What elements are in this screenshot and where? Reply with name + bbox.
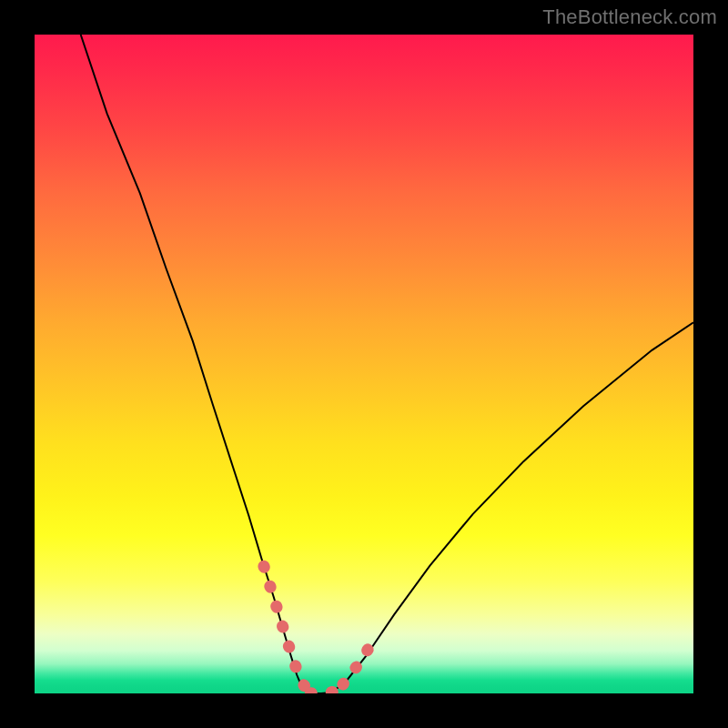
watermark-text: TheBottleneck.com [542,5,717,29]
series-curve [81,35,693,693]
plot-area [35,35,693,693]
chart-frame: TheBottleneck.com [0,0,728,728]
chart-svg [35,35,693,693]
series-highlight-left [264,566,308,690]
series-highlight-right [343,634,377,684]
